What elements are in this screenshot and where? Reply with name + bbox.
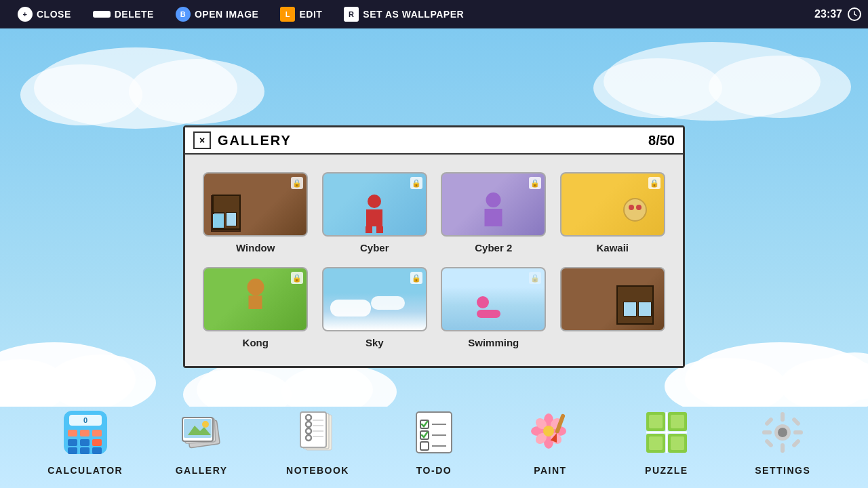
svg-rect-71 xyxy=(671,415,684,428)
settings-icon xyxy=(755,405,810,460)
svg-point-35 xyxy=(202,421,209,428)
window-pane-2 xyxy=(226,212,237,226)
svg-point-77 xyxy=(778,428,787,437)
lock-icon-cyber2: 🔒 xyxy=(529,177,541,189)
set-wallpaper-button[interactable]: R SET AS WALLPAPER xyxy=(333,0,475,28)
edit-button[interactable]: L EDIT xyxy=(269,0,333,28)
wallpaper-item-sky[interactable]: 🔒 Sky xyxy=(315,260,435,355)
wallpaper-thumb-window: 🔒 xyxy=(203,172,308,237)
svg-rect-80 xyxy=(762,430,772,434)
wallpaper-item-kong[interactable]: 🔒 Kong xyxy=(196,260,315,355)
wallpaper-item-cyber[interactable]: 🔒 Cyber xyxy=(315,165,435,260)
wallpaper-thumb-cyber: 🔒 xyxy=(322,172,427,237)
delete-label: DELETE xyxy=(115,9,154,20)
svg-rect-25 xyxy=(80,439,90,446)
svg-rect-79 xyxy=(781,443,785,453)
dock-item-calculator[interactable]: 0 CALCULATOR xyxy=(38,405,133,476)
kong-body xyxy=(249,296,262,309)
char-leg-l xyxy=(366,226,372,233)
window-close-button[interactable]: × xyxy=(193,131,211,149)
svg-rect-72 xyxy=(649,436,663,450)
r-icon: R xyxy=(344,7,359,22)
delete-button[interactable]: DELETE xyxy=(82,0,165,28)
plus-icon: + xyxy=(18,7,33,22)
svg-line-17 xyxy=(854,14,856,16)
window-title: GALLERY xyxy=(218,133,642,148)
svg-point-12 xyxy=(129,59,264,124)
char-head xyxy=(368,195,381,208)
time-text: 23:37 xyxy=(814,8,842,20)
sky-cloud-1 xyxy=(330,300,371,317)
todo-label: TO-DO xyxy=(416,465,452,476)
wallpaper-label-kong: Kong xyxy=(243,337,269,348)
puzzle-label: PUZZLE xyxy=(645,465,688,476)
open-image-button[interactable]: B OPEN IMAGE xyxy=(165,0,269,28)
svg-rect-28 xyxy=(80,447,90,454)
svg-rect-70 xyxy=(649,415,663,428)
close-button[interactable]: + CLOSE xyxy=(7,0,82,28)
svg-rect-73 xyxy=(671,436,684,450)
lock-icon-kawaii: 🔒 xyxy=(648,177,660,189)
svg-point-14 xyxy=(593,58,722,118)
kawaii-eye-l xyxy=(629,205,634,210)
dock-item-settings[interactable]: SETTINGS xyxy=(735,405,830,476)
sky-cloud-2 xyxy=(371,296,405,310)
svg-rect-82 xyxy=(764,417,774,426)
kong-head xyxy=(247,279,264,296)
kawaii-head xyxy=(623,198,647,222)
close-label: CLOSE xyxy=(37,9,71,20)
svg-point-11 xyxy=(20,64,142,125)
dock-item-puzzle[interactable]: PUZZLE xyxy=(619,405,714,476)
dock-item-todo[interactable]: TO-DO xyxy=(387,405,481,476)
time-display: 23:37 xyxy=(814,7,861,21)
svg-rect-81 xyxy=(793,430,803,434)
svg-text:0: 0 xyxy=(83,416,87,424)
svg-rect-26 xyxy=(92,439,102,446)
close-x-icon: × xyxy=(199,135,205,146)
settings-label: SETTINGS xyxy=(755,465,810,476)
svg-rect-83 xyxy=(791,417,801,426)
gallery-icon xyxy=(174,405,229,460)
window-pane-1 xyxy=(214,212,224,226)
wallpaper-label-window: Window xyxy=(236,242,275,253)
wallpaper-thumb-cyber2: 🔒 xyxy=(441,172,546,237)
wallpaper-label-swimming: Swimming xyxy=(468,337,519,348)
svg-rect-84 xyxy=(764,439,774,448)
wallpaper-item-swimming[interactable]: 🔒 Swimming xyxy=(434,260,553,355)
window2-pane-2 xyxy=(623,302,637,317)
svg-rect-85 xyxy=(791,439,801,448)
svg-rect-24 xyxy=(68,439,77,446)
cyber-character xyxy=(364,195,384,232)
svg-rect-22 xyxy=(80,430,90,436)
wallpaper-item-window[interactable]: 🔒 Window xyxy=(196,165,315,260)
dock-item-paint[interactable]: PAINT xyxy=(502,405,597,476)
lock-icon-kong: 🔒 xyxy=(291,272,303,284)
swim-body xyxy=(477,310,500,318)
char-leg-r xyxy=(376,226,383,233)
puzzle-icon xyxy=(639,405,694,460)
char-body xyxy=(366,209,382,226)
wallpaper-thumb-kong: 🔒 xyxy=(203,267,308,331)
gallery-window: × GALLERY 8/50 🔒 Window xyxy=(183,125,685,368)
wallpaper-item-cyber2[interactable]: 🔒 Cyber 2 xyxy=(434,165,553,260)
dock-item-notebook[interactable]: NOTEBOOK xyxy=(271,405,366,476)
svg-rect-27 xyxy=(68,447,77,454)
paint-label: PAINT xyxy=(534,465,566,476)
calculator-icon: 0 xyxy=(58,405,113,460)
notebook-icon xyxy=(291,405,345,460)
lock-icon-swimming: 🔒 xyxy=(529,272,541,284)
wallpaper-thumb-kawaii: 🔒 xyxy=(560,172,665,237)
dock-item-gallery[interactable]: GALLERY xyxy=(154,405,249,476)
todo-icon xyxy=(407,405,461,460)
kawaii-character xyxy=(623,198,654,228)
gallery-label: GALLERY xyxy=(176,465,228,476)
wallpaper-item-window2[interactable] xyxy=(553,260,673,355)
edit-label: EDIT xyxy=(299,9,322,20)
l-icon: L xyxy=(280,7,295,22)
clock-icon xyxy=(848,7,861,21)
cyber2-character xyxy=(481,192,505,230)
wallpaper-item-kawaii[interactable]: 🔒 Kawaii xyxy=(553,165,673,260)
top-bar: + CLOSE DELETE B OPEN IMAGE L EDIT R SET… xyxy=(0,0,868,28)
svg-point-15 xyxy=(709,56,851,118)
svg-point-63 xyxy=(543,426,554,436)
